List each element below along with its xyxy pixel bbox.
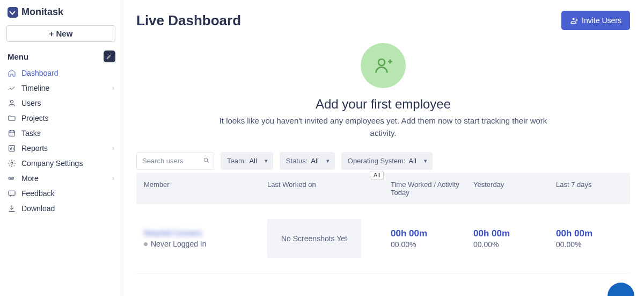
nav-list: Dashboard Timeline › Users Projects Task… (0, 66, 122, 216)
status-filter[interactable]: Status: All (280, 152, 335, 170)
edit-menu-button[interactable] (104, 50, 115, 62)
nav-label: Users (21, 99, 114, 107)
chevron-right-icon: › (112, 84, 114, 92)
invite-label: Invite Users (582, 16, 621, 25)
nav-label: Feedback (21, 189, 114, 198)
pencil-icon (106, 53, 113, 60)
svg-point-7 (12, 178, 12, 178)
filter-val: All (311, 157, 318, 165)
logo-icon (8, 7, 18, 18)
brand-logo[interactable]: Monitask (0, 0, 122, 22)
col-today: Time Worked / Activity Today (391, 181, 473, 197)
col-last-worked: Last Worked on (267, 181, 391, 197)
user-icon (8, 99, 16, 107)
today-cell: 00h 00m 00.00% (391, 228, 473, 249)
screenshot-cell: No Screenshots Yet (267, 219, 391, 258)
empty-title: Add your first employee (211, 97, 555, 112)
users-table: Member Last Worked on Time Worked / Acti… (136, 173, 630, 273)
sidebar-item-feedback[interactable]: Feedback (0, 186, 122, 201)
table-row: Reachel Conners Never Logged In No Scree… (136, 204, 630, 273)
sidebar-item-reports[interactable]: Reports › (0, 141, 122, 156)
home-icon (8, 69, 16, 77)
gear-icon (8, 159, 16, 168)
sidebar-item-company-settings[interactable]: Company Settings (0, 156, 122, 171)
filter-bar: Team: All Status: All Operating System: … (136, 152, 630, 170)
svg-point-11 (204, 158, 208, 162)
search-box (136, 152, 214, 170)
sidebar-item-download[interactable]: Download (0, 201, 122, 216)
chevron-right-icon: › (112, 145, 114, 152)
member-cell: Reachel Conners Never Logged In (144, 229, 267, 248)
invite-users-button[interactable]: Invite Users (561, 11, 630, 30)
sidebar-item-tasks[interactable]: Tasks (0, 126, 122, 141)
svg-point-6 (11, 178, 11, 178)
menu-header: Menu (0, 47, 122, 66)
timeline-icon (8, 84, 16, 92)
person-add-icon (570, 16, 579, 25)
nav-label: Tasks (21, 129, 114, 138)
sidebar: Monitask + New Menu Dashboard Timeline ›… (0, 0, 122, 296)
search-icon (203, 157, 210, 165)
new-button[interactable]: + New (6, 25, 115, 42)
nav-label: Company Settings (21, 159, 114, 168)
empty-subtitle: It looks like you haven't invited any em… (211, 115, 555, 139)
empty-state: Add your first employee It looks like yo… (211, 43, 555, 139)
sidebar-item-projects[interactable]: Projects (0, 111, 122, 126)
filter-key: Team: (227, 157, 246, 165)
tooltip: All (370, 171, 384, 179)
col-member: Member (144, 181, 267, 197)
svg-point-3 (11, 162, 13, 164)
more-icon (8, 174, 16, 183)
main-content: Live Dashboard Invite Users Add your fir… (122, 0, 644, 296)
svg-point-9 (573, 18, 575, 20)
download-icon (8, 204, 16, 213)
empty-state-icon-circle (361, 43, 406, 88)
team-filter[interactable]: Team: All (221, 152, 273, 170)
status-text: Never Logged In (151, 240, 207, 248)
nav-label: Reports (21, 144, 107, 153)
svg-rect-1 (9, 131, 15, 136)
filter-val: All (408, 157, 416, 165)
calendar-icon (8, 129, 16, 138)
time-value: 00h 00m (391, 228, 473, 239)
time-pct: 00.00% (556, 240, 623, 249)
os-filter[interactable]: Operating System: All (341, 152, 433, 170)
status-dot-icon (144, 242, 148, 246)
yesterday-cell: 00h 00m 00.00% (473, 228, 556, 249)
svg-point-5 (10, 178, 10, 178)
menu-label: Menu (8, 52, 28, 61)
sidebar-item-more[interactable]: More › (0, 171, 122, 186)
chart-icon (8, 144, 16, 153)
sidebar-item-users[interactable]: Users (0, 96, 122, 111)
filter-key: Operating System: (348, 157, 406, 165)
page-title: Live Dashboard (136, 12, 241, 29)
time-pct: 00.00% (391, 240, 473, 249)
chat-icon (8, 189, 16, 198)
nav-label: Projects (21, 114, 114, 122)
last7-cell: 00h 00m 00.00% (556, 228, 623, 249)
nav-label: More (21, 174, 107, 183)
page-header: Live Dashboard Invite Users (136, 11, 630, 30)
time-value: 00h 00m (473, 228, 556, 239)
nav-label: Dashboard (21, 69, 114, 77)
sidebar-item-dashboard[interactable]: Dashboard (0, 66, 122, 81)
filter-val: All (249, 157, 257, 165)
person-add-icon (374, 56, 393, 75)
svg-point-0 (10, 100, 13, 103)
chevron-right-icon: › (112, 175, 114, 182)
brand-text: Monitask (21, 6, 63, 18)
member-name[interactable]: Reachel Conners (144, 229, 267, 237)
sidebar-item-timeline[interactable]: Timeline › (0, 81, 122, 96)
filter-key: Status: (286, 157, 308, 165)
col-last7: Last 7 days (556, 181, 623, 197)
folder-icon (8, 114, 16, 122)
time-pct: 00.00% (473, 240, 556, 249)
screenshot-placeholder: No Screenshots Yet (267, 219, 361, 258)
nav-label: Timeline (21, 84, 107, 92)
svg-rect-8 (9, 191, 15, 195)
member-status: Never Logged In (144, 240, 267, 248)
time-value: 00h 00m (556, 228, 623, 239)
col-yesterday: Yesterday (473, 181, 556, 197)
nav-label: Download (21, 204, 114, 213)
svg-point-10 (378, 59, 385, 66)
